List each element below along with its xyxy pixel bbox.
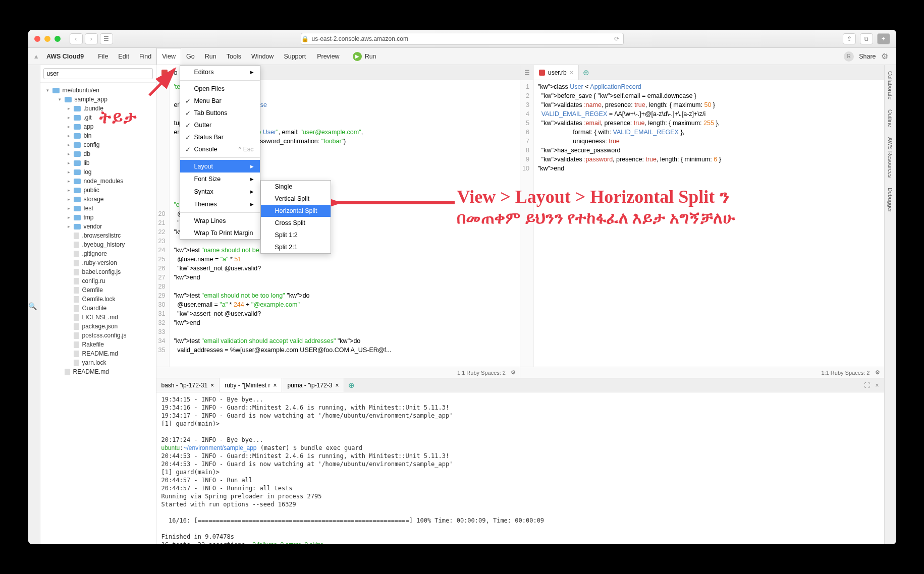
maximize-window-button[interactable] <box>55 36 61 42</box>
menu-item-status-bar[interactable]: Status Bar <box>180 131 260 143</box>
menu-file[interactable]: File <box>93 48 113 65</box>
menu-support[interactable]: Support <box>279 48 311 65</box>
close-icon[interactable]: × <box>273 382 277 389</box>
aws-resources-tab[interactable]: AWS Resources <box>887 137 893 178</box>
tree-folder[interactable]: ▸log <box>40 167 156 177</box>
tree-folder[interactable]: ▾me/ubuntu/en <box>40 86 156 95</box>
tree-folder[interactable]: ▸bin <box>40 131 156 140</box>
menu-edit[interactable]: Edit <box>113 48 134 65</box>
tree-file[interactable]: Gemfile <box>40 285 156 295</box>
close-icon[interactable]: × <box>210 382 214 389</box>
tree-folder[interactable]: ▸tmp <box>40 213 156 222</box>
tree-file[interactable]: config.ru <box>40 276 156 285</box>
menu-find[interactable]: Find <box>134 48 156 65</box>
gear-icon[interactable]: ⚙ <box>881 51 888 61</box>
tree-folder[interactable]: ▸storage <box>40 195 156 204</box>
avatar[interactable]: R <box>844 51 854 62</box>
tree-file[interactable]: .byebug_history <box>40 240 156 249</box>
gear-icon[interactable]: ⚙ <box>511 369 516 376</box>
folder-icon <box>74 169 81 175</box>
collaborate-tab[interactable]: Collaborate <box>887 71 893 99</box>
share-sheet-button[interactable]: ⇪ <box>843 33 856 44</box>
tree-folder[interactable]: ▸app <box>40 122 156 131</box>
close-icon[interactable]: × <box>335 382 339 389</box>
tree-folder[interactable]: ▸vendor <box>40 222 156 231</box>
tree-file[interactable]: .browserslistrc <box>40 231 156 240</box>
gear-icon[interactable]: ⚙ <box>875 369 880 376</box>
menu-view[interactable]: View <box>156 48 181 65</box>
menu-item-layout[interactable]: Layout▸ <box>180 160 260 173</box>
minimize-window-button[interactable] <box>44 36 50 42</box>
submenu-single[interactable]: Single <box>261 181 331 193</box>
menu-item-font-size[interactable]: Font Size▸ <box>180 173 260 185</box>
folder-icon <box>74 151 81 157</box>
tree-file[interactable]: README.md <box>40 367 156 376</box>
tree-folder[interactable]: ▸config <box>40 140 156 149</box>
close-tab-icon[interactable]: × <box>570 69 574 76</box>
run-button[interactable]: ▶ Run <box>346 52 384 61</box>
tree-folder[interactable]: ▸lib <box>40 158 156 167</box>
tree-file[interactable]: postcss.config.js <box>40 331 156 340</box>
forward-button[interactable]: › <box>85 33 98 44</box>
menu-item-syntax[interactable]: Syntax▸ <box>180 185 260 198</box>
menu-item-wrap-margin[interactable]: Wrap To Print Margin <box>180 227 260 239</box>
new-terminal-plus-icon[interactable]: ⊕ <box>344 381 359 390</box>
tree-folder[interactable]: ▸db <box>40 149 156 158</box>
tree-folder[interactable]: ▸test <box>40 204 156 213</box>
tree-folder[interactable]: ▸node_modules <box>40 177 156 186</box>
tree-file[interactable]: Rakefile <box>40 340 156 349</box>
reload-icon[interactable]: ⟳ <box>614 35 623 42</box>
tree-file[interactable]: .gitignore <box>40 249 156 258</box>
close-window-button[interactable] <box>34 36 40 42</box>
menu-item-tab-buttons[interactable]: Tab Buttons <box>180 107 260 119</box>
preview-button[interactable]: Preview <box>311 53 345 60</box>
search-icon[interactable]: 🔍 <box>28 302 37 310</box>
url-bar[interactable]: 🔒 us-east-2.console.aws.amazon.com ⟳ <box>301 33 624 45</box>
menu-window[interactable]: Window <box>246 48 279 65</box>
submenu-vertical-split[interactable]: Vertical Split <box>261 193 331 205</box>
outline-tab[interactable]: Outline <box>887 109 893 127</box>
menu-item-gutter[interactable]: Gutter <box>180 119 260 131</box>
menu-go[interactable]: Go <box>181 48 200 65</box>
tree-file[interactable]: package.json <box>40 322 156 331</box>
submenu-cross-split[interactable]: Cross Split <box>261 217 331 229</box>
terminal-tab[interactable]: bash - "ip-172-31× <box>156 378 220 392</box>
debugger-tab[interactable]: Debugger <box>887 188 893 212</box>
terminal-tab[interactable]: ruby - "[Minitest r× <box>220 378 282 392</box>
submenu-split-1-2[interactable]: Split 1:2 <box>261 229 331 241</box>
close-panel-icon[interactable]: × <box>875 382 884 389</box>
pane-menu-icon[interactable]: ☰ <box>520 69 534 76</box>
share-button[interactable]: Share <box>859 53 876 60</box>
menu-item-themes[interactable]: Themes▸ <box>180 198 260 210</box>
menu-run[interactable]: Run <box>200 48 222 65</box>
new-tab-plus-icon[interactable]: ⊕ <box>579 68 593 77</box>
menu-tools[interactable]: Tools <box>222 48 246 65</box>
tabs-overview-button[interactable]: ⧉ <box>860 33 873 44</box>
maximize-panel-icon[interactable]: ⛶ <box>859 382 875 389</box>
tree-folder[interactable]: ▸.bundle <box>40 104 156 113</box>
menu-item-console[interactable]: Console^ Esc <box>180 143 260 155</box>
tree-folder[interactable]: ▾sample_app <box>40 95 156 104</box>
tree-file[interactable]: yarn.lock <box>40 358 156 367</box>
back-button[interactable]: ‹ <box>70 33 83 44</box>
new-tab-button[interactable]: + <box>877 33 890 44</box>
sidebar-toggle-button[interactable]: ☰ <box>100 33 113 44</box>
menu-item-open-files[interactable]: Open Files <box>180 83 260 95</box>
menu-item-editors[interactable]: Editors▸ <box>180 66 260 78</box>
tree-folder[interactable]: ▸public <box>40 186 156 195</box>
tree-file[interactable]: LICENSE.md <box>40 313 156 322</box>
tree-file[interactable]: .ruby-version <box>40 258 156 267</box>
menu-item-wrap-lines[interactable]: Wrap Lines <box>180 215 260 227</box>
editor-tab-right[interactable]: user.rb × <box>534 65 579 80</box>
submenu-split-2-1[interactable]: Split 2:1 <box>261 241 331 253</box>
tree-file[interactable]: Gemfile.lock <box>40 295 156 304</box>
menu-item-menu-bar[interactable]: Menu Bar <box>180 95 260 107</box>
terminal-output[interactable]: 19:34:15 - INFO - Bye bye... 19:34:16 - … <box>156 392 884 544</box>
tree-file[interactable]: README.md <box>40 349 156 358</box>
tree-file[interactable]: babel.config.js <box>40 267 156 276</box>
search-input[interactable] <box>43 68 153 79</box>
submenu-horizontal-split[interactable]: Horizontal Split <box>261 205 331 217</box>
tree-folder[interactable]: ▸.git <box>40 113 156 122</box>
terminal-tab[interactable]: puma - "ip-172-3× <box>282 378 344 392</box>
tree-file[interactable]: Guardfile <box>40 304 156 313</box>
